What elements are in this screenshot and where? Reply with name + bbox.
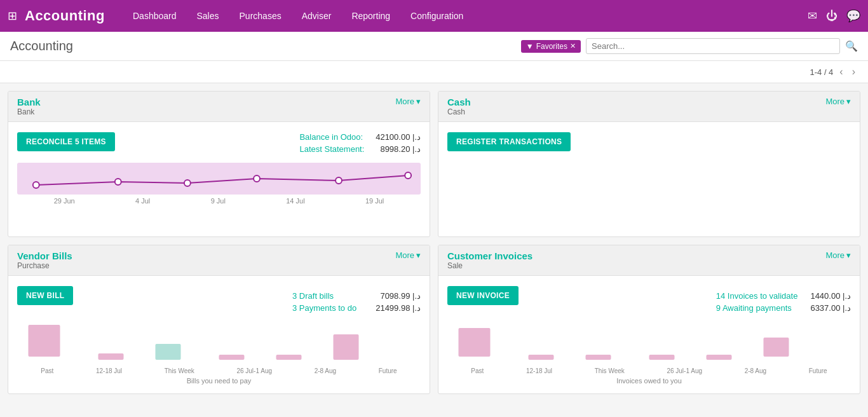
bank-card-body: RECONCILE 5 ITEMS Balance in Odoo: 42100…	[8, 122, 430, 236]
dashboard: Bank Bank More ▾ RECONCILE 5 ITEMS Balan…	[0, 83, 868, 402]
register-transactions-button[interactable]: REGISTER TRANSACTIONS	[447, 132, 571, 151]
nav-items: Dashboard Sales Purchases Adviser Report…	[124, 7, 808, 25]
balance-label: Balance in Odoo:	[299, 132, 363, 142]
cash-card-header-left: Cash Cash	[447, 97, 471, 116]
customer-invoices-chevron-icon: ▾	[846, 250, 851, 260]
vendor-bills-info: 3 Draft bills 7098.99 |.د 3 Payments to …	[292, 291, 421, 315]
prev-page-button[interactable]: ‹	[837, 66, 845, 78]
bank-line-chart	[17, 163, 421, 195]
date-2: 9 Jul	[211, 197, 226, 205]
bank-balance-row: Balance in Odoo: 42100.00 |.د	[299, 132, 421, 142]
customer-invoices-card: Customer Invoices Sale More ▾ NEW INVOIC…	[438, 245, 860, 394]
nav-reporting[interactable]: Reporting	[342, 7, 399, 25]
draft-bills-value: 7098.99 |.د	[380, 291, 421, 301]
cash-more-button[interactable]: More ▾	[825, 97, 851, 106]
top-nav: ⊞ Accounting Dashboard Sales Purchases A…	[0, 0, 868, 32]
bank-more-chevron-icon: ▾	[416, 97, 421, 106]
new-invoice-button[interactable]: NEW INVOICE	[447, 286, 519, 305]
ci-date-5: Future	[809, 367, 827, 374]
chat-icon[interactable]: 💬	[846, 9, 860, 23]
date-4: 19 Jul	[365, 197, 384, 205]
payments-label: 3 Payments to do	[292, 303, 356, 313]
statement-label: Latest Statement:	[299, 144, 364, 154]
svg-point-5	[405, 172, 411, 179]
customer-invoices-more-button[interactable]: More ▾	[825, 250, 851, 260]
toolbar: 1-4 / 4 ‹ ›	[0, 61, 868, 83]
vendor-bills-actions: NEW BILL 3 Draft bills 7098.99 |.د 3 Pay…	[17, 286, 421, 315]
customer-invoices-more-label: More	[825, 250, 844, 260]
nav-purchases[interactable]: Purchases	[231, 7, 290, 25]
balance-value: 42100.00 |.د	[376, 132, 421, 142]
draft-bills-row: 3 Draft bills 7098.99 |.د	[292, 291, 421, 301]
vendor-bills-more-button[interactable]: More ▾	[395, 250, 421, 260]
svg-rect-7	[98, 353, 124, 360]
nav-adviser[interactable]: Adviser	[293, 7, 341, 25]
payments-value: 21499.98 |.د	[376, 303, 421, 313]
validate-row: 14 Invoices to validate 1440.00 |.د	[716, 291, 851, 301]
svg-rect-15	[649, 355, 675, 360]
cash-card-body: REGISTER TRANSACTIONS	[438, 122, 860, 236]
favorites-label: Favorites	[536, 42, 567, 51]
app-title: Accounting	[25, 8, 105, 24]
bank-card-actions: RECONCILE 5 ITEMS Balance in Odoo: 42100…	[17, 132, 421, 156]
date-1: 4 Jul	[135, 197, 150, 205]
vendor-bills-title: Vendor Bills	[17, 250, 72, 261]
search-input[interactable]	[586, 38, 840, 54]
pagination: 1-4 / 4 ‹ ›	[810, 66, 858, 78]
bank-chart-dates: 29 Jun 4 Jul 9 Jul 14 Jul 19 Jul	[17, 195, 421, 205]
validate-value: 1440.00 |.د	[810, 291, 851, 301]
svg-point-4	[336, 177, 342, 184]
bank-more-label: More	[395, 97, 414, 106]
draft-bills-label: 3 Draft bills	[292, 291, 334, 301]
svg-rect-12	[459, 328, 491, 357]
nav-sales[interactable]: Sales	[188, 7, 228, 25]
ci-date-1: 12-18 Jul	[526, 367, 552, 374]
vendor-bills-bar-chart	[17, 322, 421, 363]
search-icon[interactable]: 🔍	[845, 40, 858, 52]
vb-date-5: Future	[379, 367, 397, 374]
ci-date-2: This Week	[595, 367, 625, 374]
bank-balance-info: Balance in Odoo: 42100.00 |.د Latest Sta…	[299, 132, 421, 156]
svg-rect-14	[586, 355, 611, 360]
vendor-bills-card: Vendor Bills Purchase More ▾ NEW BILL 3 …	[8, 245, 430, 394]
bank-more-button[interactable]: More ▾	[395, 97, 421, 106]
ci-date-4: 2-8 Aug	[745, 367, 766, 374]
svg-point-0	[33, 182, 39, 188]
vendor-bills-chevron-icon: ▾	[416, 250, 421, 260]
favorites-badge: ▼ Favorites ✕	[521, 40, 581, 53]
svg-rect-11	[334, 334, 359, 360]
bank-card-header-left: Bank Bank	[17, 97, 41, 116]
customer-invoices-title: Customer Invoices	[447, 250, 532, 261]
nav-configuration[interactable]: Configuration	[402, 7, 472, 25]
page-title: Accounting	[10, 39, 73, 53]
customer-invoices-footer: Invoices owed to you	[447, 374, 851, 388]
power-icon[interactable]: ⏻	[826, 10, 837, 23]
customer-invoices-card-body: NEW INVOICE 14 Invoices to validate 1440…	[438, 276, 860, 393]
cash-more-label: More	[825, 97, 844, 106]
vendor-bills-footer: Bills you need to pay	[17, 374, 421, 388]
cash-more-chevron-icon: ▾	[846, 97, 851, 106]
svg-rect-13	[529, 355, 554, 360]
svg-rect-16	[707, 355, 732, 360]
search-area: ▼ Favorites ✕ 🔍	[521, 38, 858, 54]
reconcile-button[interactable]: RECONCILE 5 ITEMS	[17, 132, 115, 151]
awaiting-value: 6337.00 |.د	[810, 303, 851, 313]
mail-icon[interactable]: ✉	[808, 9, 817, 23]
cash-card-header: Cash Cash More ▾	[438, 92, 860, 122]
bank-chart-area	[17, 163, 421, 195]
new-bill-button[interactable]: NEW BILL	[17, 286, 73, 305]
customer-invoices-header-left: Customer Invoices Sale	[447, 250, 532, 270]
vb-date-4: 2-8 Aug	[315, 367, 336, 374]
svg-rect-17	[764, 338, 789, 357]
favorites-close-icon[interactable]: ✕	[570, 42, 576, 50]
vendor-bills-header-left: Vendor Bills Purchase	[17, 250, 72, 270]
nav-dashboard[interactable]: Dashboard	[124, 7, 186, 25]
vendor-bills-card-header: Vendor Bills Purchase More ▾	[8, 245, 430, 276]
vendor-bills-dates: Past 12-18 Jul This Week 26 Jul-1 Aug 2-…	[17, 365, 421, 374]
grid-icon[interactable]: ⊞	[8, 9, 17, 23]
statement-row: Latest Statement: 8998.20 |.د	[299, 144, 421, 154]
bank-card-title: Bank	[17, 97, 41, 107]
cash-card-title: Cash	[447, 97, 471, 107]
next-page-button[interactable]: ›	[850, 66, 858, 78]
pagination-info: 1-4 / 4	[810, 67, 833, 77]
